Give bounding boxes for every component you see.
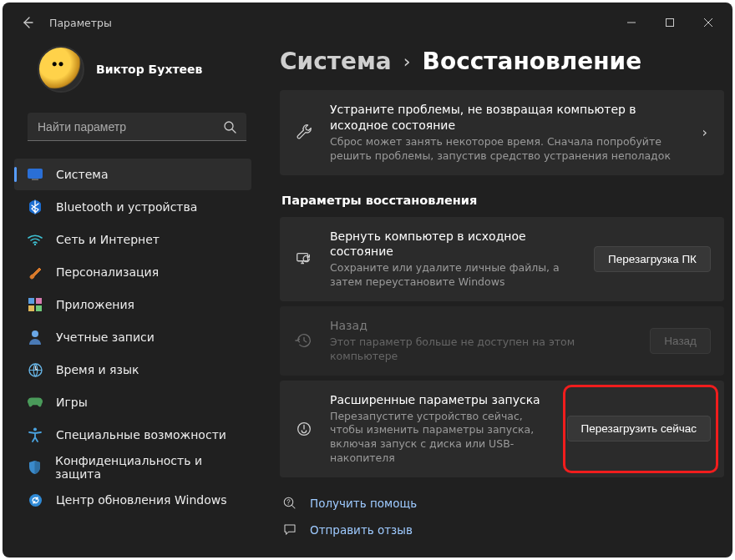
reset-card: Вернуть компьютер в исходное состояние С… [280,217,724,302]
minimize-icon [627,18,636,27]
sidebar-item-network[interactable]: Сеть и Интернет [14,224,251,255]
svg-point-10 [32,330,38,337]
brush-icon [28,265,43,280]
go-back-card: Назад Этот параметр больше не доступен н… [280,306,724,376]
search-icon [223,120,236,134]
arrow-left-icon [21,16,34,29]
sidebar: Виктор Бухтеев СистемаBluetooth и устрой… [3,43,260,557]
sidebar-item-label: Специальные возможности [56,428,226,441]
sidebar-item-apps[interactable]: Приложения [14,289,251,320]
svg-rect-3 [32,179,38,180]
sidebar-item-bluetooth[interactable]: Bluetooth и устройства [14,191,251,223]
search-input[interactable] [38,120,223,134]
bluetooth-icon [28,199,43,214]
get-help-link[interactable]: Получить помощь [281,496,729,511]
breadcrumb: Система › Восстановление [280,48,729,75]
go-back-desc: Этот параметр больше не доступен на этом… [330,335,635,364]
history-icon [293,331,315,350]
wifi-icon [28,232,43,247]
power-restart-icon [293,420,315,438]
accessibility-icon [28,427,43,442]
avatar [38,46,84,93]
section-title: Параметры восстановления [281,194,729,207]
svg-rect-0 [667,19,674,27]
svg-rect-14 [297,254,308,261]
sidebar-item-system[interactable]: Система [14,159,251,190]
restart-now-button[interactable]: Перезагрузить сейчас [567,416,711,441]
reset-pc-icon [293,250,315,268]
sidebar-item-label: Центр обновления Windows [56,493,226,507]
reset-pc-button[interactable]: Перезагрузка ПК [594,246,711,272]
sidebar-item-label: Сеть и Интернет [56,233,160,246]
apps-icon [28,297,43,312]
sidebar-item-time[interactable]: Время и язык [14,354,251,386]
game-icon [28,395,43,410]
content-area: Система › Восстановление Устраните пробл… [260,43,732,557]
advanced-title: Расширенные параметры запуска [330,392,552,408]
sidebar-item-label: Система [56,168,108,181]
wrench-icon [293,124,315,142]
back-button[interactable] [14,9,41,36]
sidebar-item-label: Время и язык [56,363,139,376]
reset-title: Вернуть компьютер в исходное состояние [330,229,579,260]
advanced-startup-card: Расширенные параметры запуска Перезапуст… [280,381,724,477]
feedback-link[interactable]: Отправить отзыв [281,522,729,537]
svg-point-13 [29,494,42,507]
svg-rect-2 [28,169,43,179]
sidebar-item-label: Конфиденциальность и защита [55,454,241,481]
svg-point-17 [288,504,289,505]
sidebar-item-accessibility[interactable]: Специальные возможности [14,419,251,451]
breadcrumb-root[interactable]: Система [280,48,392,75]
search-box[interactable] [28,113,246,141]
svg-rect-8 [28,305,34,311]
window-title: Параметры [49,17,112,29]
help-icon [281,496,298,511]
close-icon [704,18,712,27]
sidebar-item-privacy[interactable]: Конфиденциальность и защита [14,452,251,483]
maximize-icon [666,18,674,27]
minimize-button[interactable] [612,9,651,36]
svg-rect-7 [36,298,42,304]
breadcrumb-page: Восстановление [423,48,642,75]
feedback-label: Отправить отзыв [310,523,413,537]
chevron-right-icon: › [403,51,411,72]
troubleshoot-card[interactable]: Устраните проблемы, не возвращая компьют… [280,90,724,175]
user-name: Виктор Бухтеев [96,63,202,76]
sidebar-item-update[interactable]: Центр обновления Windows [14,484,251,516]
reset-desc: Сохраните или удалите личные файлы, а за… [330,261,579,290]
system-icon [28,167,43,182]
troubleshoot-desc: Сброс может занять некоторое время. Снач… [330,135,684,164]
update-icon [28,492,43,507]
sidebar-item-label: Bluetooth и устройства [56,200,197,214]
person-icon [28,330,43,345]
window-controls [612,9,727,36]
globe-icon [28,362,43,377]
chevron-right-icon[interactable]: › [699,124,711,140]
sidebar-item-label: Учетные записи [56,330,155,344]
svg-point-12 [33,428,37,431]
advanced-desc: Перезапустите устройство сейчас, чтобы и… [330,410,552,467]
settings-window: Параметры Виктор Бухтеев [3,3,732,557]
maximize-button[interactable] [651,9,689,36]
get-help-label: Получить помощь [310,497,417,510]
title-bar: Параметры [3,3,732,43]
svg-rect-9 [36,305,42,311]
svg-point-5 [34,244,36,245]
sidebar-item-personalization[interactable]: Персонализация [14,256,251,288]
shield-icon [28,460,42,475]
close-button[interactable] [689,9,727,36]
svg-point-1 [225,122,233,130]
sidebar-item-label: Приложения [56,298,134,311]
profile-block[interactable]: Виктор Бухтеев [14,43,251,106]
nav-list: СистемаBluetooth и устройстваСеть и Инте… [14,154,251,520]
troubleshoot-title: Устраните проблемы, не возвращая компьют… [330,102,684,134]
sidebar-item-label: Игры [56,396,88,409]
svg-rect-6 [28,298,34,304]
sidebar-item-accounts[interactable]: Учетные записи [14,321,251,353]
footer-links: Получить помощь Отправить отзыв [280,496,729,537]
go-back-title: Назад [330,318,635,334]
sidebar-item-gaming[interactable]: Игры [14,386,251,418]
sidebar-item-label: Персонализация [56,265,159,279]
feedback-icon [281,522,298,537]
go-back-button: Назад [650,328,711,354]
